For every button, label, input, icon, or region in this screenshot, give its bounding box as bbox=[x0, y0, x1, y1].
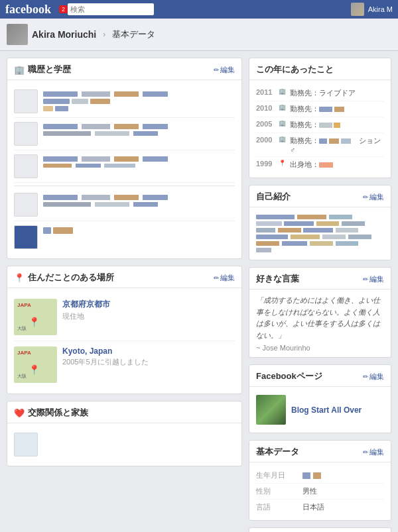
work-line-1 bbox=[43, 91, 235, 97]
intro-line bbox=[256, 248, 384, 252]
place-detail: 現住地 bbox=[62, 311, 235, 321]
work-content bbox=[43, 89, 235, 113]
places-edit-button[interactable]: ✏ 編集 bbox=[214, 273, 235, 283]
quote-author: ~ Jose Mourinho bbox=[256, 344, 384, 352]
year-item: 2011 🏢 勤務先：ライブドア bbox=[256, 85, 384, 101]
work-item bbox=[14, 118, 235, 150]
favorite-quote-card: 好きな言葉 ✏ 編集 「成功するためにはよく働き、よい仕事をしなければならない。… bbox=[249, 267, 391, 358]
relationship-title: ❤️ 交際関係と家族 bbox=[14, 407, 88, 419]
basic-row-language: 言語 日本語 bbox=[256, 500, 384, 515]
work-line-3 bbox=[43, 106, 235, 111]
language-label: 言語 bbox=[256, 502, 302, 512]
year-number: 2000 bbox=[256, 136, 276, 144]
year-item: 2000 🏢 勤務先：ション♂ bbox=[256, 133, 384, 157]
profile-avatar[interactable] bbox=[7, 24, 28, 45]
map-pin: 📍 bbox=[29, 364, 40, 375]
page-header: Akira Moriuchi › 基本データ bbox=[0, 19, 398, 51]
company-logo bbox=[14, 193, 38, 217]
work-content bbox=[43, 193, 235, 217]
search-input[interactable] bbox=[68, 3, 154, 15]
px-block bbox=[43, 227, 51, 234]
quote-text: 「成功するためにはよく働き、よい仕事をしなければならない。よく働く人は多いが、よ… bbox=[256, 295, 384, 341]
places-card: 📍 住んだことのある場所 ✏ 編集 JAPA 📍 大阪 bbox=[7, 266, 242, 394]
px-block bbox=[90, 99, 110, 104]
place-item: JAPA 📍 大阪 Kyoto, Japan 2005年5月に引越しました bbox=[14, 341, 235, 388]
facebook-page-edit-button[interactable]: ✏ 編集 bbox=[363, 372, 384, 382]
company-logo bbox=[14, 154, 38, 178]
facebook-logo[interactable]: facebook bbox=[5, 3, 51, 17]
profile-name[interactable]: Akira Moriuchi bbox=[32, 29, 96, 40]
this-year-header: この年にあったこと bbox=[249, 58, 391, 80]
this-year-title: この年にあったこと bbox=[256, 64, 334, 76]
main-layout: 🏢 職歴と学歴 ✏ 編集 bbox=[0, 51, 398, 532]
place-name[interactable]: Kyoto, Japan bbox=[62, 346, 235, 356]
fb-page-name[interactable]: Blog Start All Over bbox=[291, 405, 362, 415]
topnav-user: Akira M bbox=[351, 3, 393, 16]
pencil-icon: ✏ bbox=[363, 193, 368, 201]
work-icon: 🏢 bbox=[279, 88, 286, 95]
map-background: JAPA 📍 大阪 bbox=[14, 299, 57, 335]
work-item bbox=[14, 189, 235, 221]
place-name[interactable]: 京都府京都市 bbox=[62, 299, 235, 310]
user-avatar[interactable] bbox=[351, 3, 364, 16]
company-logo bbox=[14, 225, 38, 249]
year-number: 1999 bbox=[256, 160, 276, 168]
relationship-card: ❤️ 交際関係と家族 bbox=[7, 401, 242, 466]
work-history-body bbox=[7, 80, 241, 258]
work-history-header: 🏢 職歴と学歴 ✏ 編集 bbox=[7, 58, 241, 80]
work-content bbox=[43, 225, 235, 249]
year-number: 2005 bbox=[256, 120, 276, 128]
work-history-title: 🏢 職歴と学歴 bbox=[14, 64, 71, 76]
work-line-1 bbox=[43, 156, 235, 162]
relationship-item bbox=[14, 429, 235, 460]
work-history-card: 🏢 職歴と学歴 ✏ 編集 bbox=[7, 58, 242, 259]
year-item: 2010 🏢 勤務先： bbox=[256, 101, 384, 117]
px-block bbox=[43, 99, 70, 104]
work-content bbox=[43, 122, 235, 146]
heart-icon: ❤️ bbox=[14, 408, 25, 418]
pencil-icon: ✏ bbox=[363, 276, 368, 283]
pencil-icon: ✏ bbox=[363, 373, 368, 380]
work-item bbox=[14, 150, 235, 183]
map-city: 大阪 bbox=[17, 373, 27, 380]
year-content: 勤務先： bbox=[290, 104, 384, 114]
favorite-quote-title: 好きな言葉 bbox=[256, 273, 299, 285]
pencil-icon: ✏ bbox=[363, 449, 368, 456]
basic-data-header: 基本データ ✏ 編集 bbox=[249, 441, 391, 462]
work-item bbox=[14, 221, 235, 253]
this-year-card: この年にあったこと 2011 🏢 勤務先：ライブドア 2010 🏢 勤務先： 2… bbox=[249, 58, 391, 178]
facebook-page-title: Facebookページ bbox=[256, 370, 322, 382]
map-label: JAPA bbox=[17, 350, 31, 356]
basic-data-edit-button[interactable]: ✏ 編集 bbox=[363, 447, 384, 457]
fb-page-item: Blog Start All Over bbox=[256, 392, 384, 427]
place-content: 京都府京都市 現住地 bbox=[62, 299, 235, 335]
favorite-quote-edit-button[interactable]: ✏ 編集 bbox=[363, 274, 384, 284]
company-logo bbox=[14, 89, 38, 113]
work-icon: 🏢 bbox=[279, 136, 286, 142]
work-history-edit-button[interactable]: ✏ 編集 bbox=[214, 65, 235, 75]
place-detail: 2005年5月に引越しました bbox=[62, 357, 235, 367]
work-line-2 bbox=[43, 99, 235, 104]
gender-label: 性別 bbox=[256, 486, 302, 496]
user-name-nav[interactable]: Akira M bbox=[368, 5, 393, 13]
right-column: この年にあったこと 2011 🏢 勤務先：ライブドア 2010 🏢 勤務先： 2… bbox=[249, 58, 391, 532]
basic-data-title: 基本データ bbox=[256, 446, 299, 458]
relationship-header: ❤️ 交際関係と家族 bbox=[7, 401, 241, 423]
self-intro-edit-button[interactable]: ✏ 編集 bbox=[363, 192, 384, 202]
notification-badge[interactable]: 2 bbox=[59, 5, 68, 13]
contact-header: 連絡先情報 ✏ 編集 bbox=[249, 528, 391, 532]
birthday-value bbox=[302, 470, 321, 480]
breadcrumb-separator: › bbox=[103, 30, 105, 39]
px-block bbox=[302, 472, 310, 479]
top-navigation: facebook 2 Akira M bbox=[0, 0, 398, 19]
left-column: 🏢 職歴と学歴 ✏ 編集 bbox=[7, 58, 242, 466]
self-intro-card: 自己紹介 ✏ 編集 bbox=[249, 185, 391, 260]
year-number: 2010 bbox=[256, 104, 276, 112]
work-line-2 bbox=[43, 164, 235, 168]
this-year-body: 2011 🏢 勤務先：ライブドア 2010 🏢 勤務先： 2005 🏢 勤務先：… bbox=[249, 80, 391, 178]
pencil-icon: ✏ bbox=[214, 274, 219, 282]
px-block bbox=[43, 106, 53, 111]
self-intro-body bbox=[249, 207, 391, 260]
relationship-body bbox=[7, 423, 241, 466]
year-content: 出身地： bbox=[290, 160, 384, 170]
